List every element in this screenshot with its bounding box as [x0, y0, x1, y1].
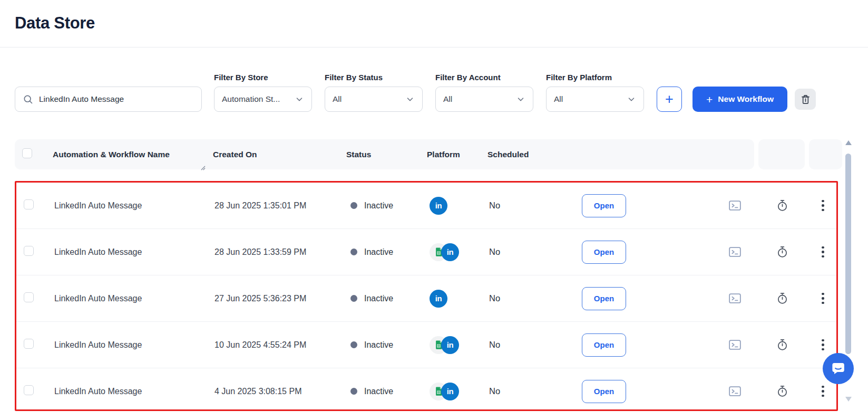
- column-resize-handle-icon[interactable]: [200, 164, 206, 173]
- row-scheduled: No: [489, 247, 548, 257]
- filter-account-dropdown[interactable]: All: [435, 87, 533, 112]
- linkedin-icon: in: [430, 197, 447, 215]
- open-button[interactable]: Open: [582, 194, 626, 217]
- linkedin-icon: in: [441, 243, 459, 261]
- row-name: LinkedIn Auto Message: [54, 294, 214, 303]
- filter-store-label: Filter By Store: [214, 73, 312, 82]
- header-divider: [0, 47, 868, 47]
- row-scheduled: No: [489, 201, 548, 211]
- scroll-down-arrow-icon[interactable]: [845, 397, 852, 402]
- filter-platform-dropdown[interactable]: All: [546, 87, 644, 112]
- row-checkbox[interactable]: [24, 339, 34, 349]
- chat-launcher-button[interactable]: [823, 353, 854, 384]
- row-scheduled: No: [489, 386, 548, 396]
- filter-status-label: Filter By Status: [325, 73, 423, 82]
- kebab-menu-icon[interactable]: [820, 244, 826, 260]
- row-platform-icons: in: [428, 197, 489, 215]
- row-checkbox[interactable]: [24, 292, 34, 302]
- stopwatch-icon[interactable]: [776, 385, 789, 398]
- page-title: Data Store: [15, 14, 853, 33]
- row-name: LinkedIn Auto Message: [54, 340, 214, 350]
- table-body: LinkedIn Auto Message 28 Jun 2025 1:35:0…: [16, 183, 836, 411]
- stopwatch-icon[interactable]: [776, 338, 789, 351]
- header-scheduled: Scheduled: [487, 150, 547, 159]
- select-all-checkbox[interactable]: [22, 148, 32, 158]
- chevron-down-icon: [405, 94, 415, 104]
- search-icon: [23, 94, 33, 104]
- terminal-icon[interactable]: [728, 384, 742, 398]
- stopwatch-icon[interactable]: [776, 245, 789, 259]
- filter-store-value: Automation St...: [222, 94, 280, 104]
- row-created-on: 28 Jun 2025 1:35:01 PM: [214, 201, 348, 211]
- chat-bubble-icon: [830, 360, 847, 377]
- row-status-label: Inactive: [364, 247, 393, 257]
- row-checkbox[interactable]: [24, 246, 34, 256]
- open-button[interactable]: Open: [582, 287, 626, 310]
- filter-platform-value: All: [554, 94, 563, 104]
- kebab-menu-icon[interactable]: [820, 384, 826, 399]
- row-created-on: 4 Jun 2025 3:08:15 PM: [214, 387, 348, 396]
- terminal-icon[interactable]: [728, 291, 742, 306]
- kebab-menu-icon[interactable]: [820, 198, 826, 214]
- new-workflow-button[interactable]: + New Workflow: [693, 87, 787, 112]
- chevron-down-icon: [295, 94, 304, 104]
- stopwatch-icon[interactable]: [776, 199, 789, 212]
- status-dot-icon: [350, 388, 357, 395]
- delete-button[interactable]: [795, 89, 816, 110]
- filter-status-dropdown[interactable]: All: [325, 87, 423, 112]
- filter-platform-label: Filter By Platform: [546, 73, 644, 82]
- row-scheduled: No: [489, 293, 548, 303]
- page-header: Data Store: [0, 0, 868, 33]
- status-dot-icon: [350, 202, 357, 209]
- filter-account-label: Filter By Account: [435, 73, 533, 82]
- row-created-on: 27 Jun 2025 5:36:23 PM: [214, 294, 348, 303]
- open-button[interactable]: Open: [582, 333, 626, 357]
- row-status-label: Inactive: [364, 294, 393, 303]
- chevron-down-icon: [516, 94, 525, 104]
- scroll-thumb[interactable]: [845, 154, 851, 354]
- row-name: LinkedIn Auto Message: [54, 387, 214, 396]
- add-button[interactable]: +: [657, 87, 682, 112]
- row-status: Inactive: [348, 340, 428, 350]
- row-created-on: 28 Jun 2025 1:33:59 PM: [214, 247, 348, 257]
- filter-account-value: All: [443, 94, 452, 104]
- terminal-icon[interactable]: [728, 198, 742, 213]
- row-created-on: 10 Jun 2025 4:55:24 PM: [214, 340, 348, 350]
- status-dot-icon: [350, 249, 357, 255]
- open-button[interactable]: Open: [582, 380, 626, 403]
- new-workflow-label: New Workflow: [718, 94, 774, 104]
- header-menu-spacer: [809, 139, 842, 169]
- header-status: Status: [346, 150, 427, 159]
- trash-icon: [800, 94, 811, 105]
- row-platform-icons: in: [428, 243, 489, 261]
- search-input[interactable]: [39, 94, 194, 104]
- row-status-label: Inactive: [364, 340, 393, 350]
- open-button[interactable]: Open: [582, 241, 626, 264]
- stopwatch-icon[interactable]: [776, 292, 789, 305]
- row-status: Inactive: [348, 294, 428, 303]
- row-scheduled: No: [489, 340, 548, 350]
- kebab-menu-icon[interactable]: [820, 291, 826, 307]
- row-status-label: Inactive: [364, 201, 393, 211]
- header-created-on: Created On: [213, 150, 346, 159]
- row-platform-icons: in: [428, 383, 489, 400]
- table: Automation & Workflow Name Created On St…: [0, 139, 868, 411]
- header-actions-spacer: [758, 139, 805, 169]
- row-checkbox[interactable]: [24, 199, 34, 209]
- table-row: LinkedIn Auto Message 27 Jun 2025 5:36:2…: [16, 275, 836, 322]
- table-row: LinkedIn Auto Message 28 Jun 2025 1:33:5…: [16, 229, 836, 275]
- row-status: Inactive: [348, 201, 428, 211]
- kebab-menu-icon[interactable]: [820, 337, 826, 353]
- table-header: Automation & Workflow Name Created On St…: [15, 139, 842, 169]
- row-checkbox[interactable]: [24, 385, 34, 395]
- status-dot-icon: [350, 341, 357, 348]
- terminal-icon[interactable]: [728, 245, 742, 259]
- row-status: Inactive: [348, 387, 428, 396]
- plus-icon: +: [706, 94, 713, 105]
- scroll-up-arrow-icon[interactable]: [845, 140, 852, 145]
- row-status: Inactive: [348, 247, 428, 257]
- filter-status-value: All: [333, 94, 342, 104]
- terminal-icon[interactable]: [728, 338, 742, 352]
- filter-store-dropdown[interactable]: Automation St...: [214, 87, 312, 112]
- table-row: LinkedIn Auto Message 4 Jun 2025 3:08:15…: [16, 368, 836, 411]
